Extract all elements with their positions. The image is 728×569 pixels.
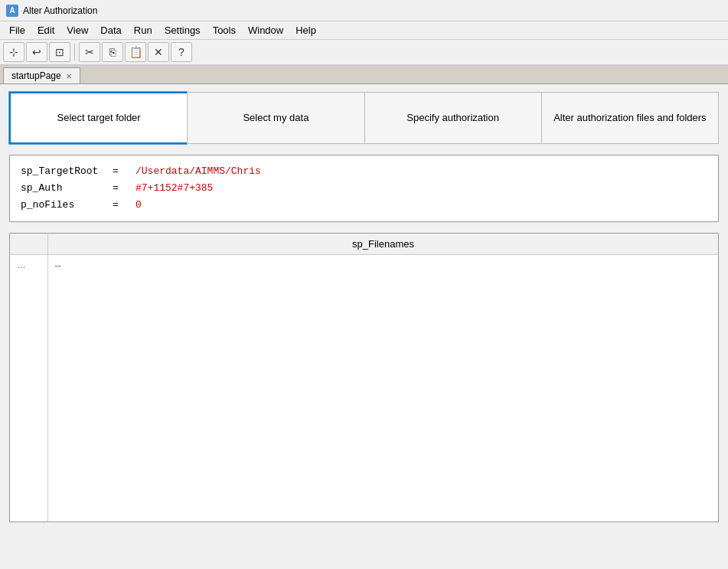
info-box: sp_TargetRoot = /Userdata/AIMMS/Chris sp… [9, 155, 719, 222]
menu-item-file[interactable]: File [3, 23, 31, 38]
toolbar: ⊹↩⊡✂⎘📋✕? [0, 40, 728, 66]
title-bar: A Alter Authorization [0, 0, 728, 21]
tab-close-icon[interactable]: ✕ [66, 72, 72, 80]
info-row-auth: sp_Auth = #7+1152#7+385 [21, 180, 707, 197]
info-row-target-root: sp_TargetRoot = /Userdata/AIMMS/Chris [21, 163, 707, 180]
menu-item-edit[interactable]: Edit [31, 23, 60, 38]
menu-item-window[interactable]: Window [242, 23, 289, 38]
cut-toolbar-btn[interactable]: ✂ [79, 42, 100, 62]
wizard-btn-specify-authorization[interactable]: Specify authorization [364, 92, 541, 144]
toggle-view-toolbar-btn[interactable]: ⊡ [49, 42, 70, 62]
menu-item-view[interactable]: View [60, 23, 94, 38]
copy-toolbar-btn[interactable]: ⎘ [102, 42, 123, 62]
data-cell: -- [48, 255, 718, 276]
tab-startup-page[interactable]: startupPage ✕ [3, 67, 80, 83]
menu-item-data[interactable]: Data [94, 23, 127, 38]
app-icon: A [6, 5, 18, 17]
menu-item-help[interactable]: Help [289, 23, 322, 38]
tab-bar: startupPage ✕ [0, 66, 728, 84]
wizard-btn-select-my-data[interactable]: Select my data [187, 92, 364, 144]
column-header-sp-filenames: sp_Filenames [48, 234, 718, 255]
data-col: sp_Filenames -- [48, 234, 718, 522]
info-row-no-files: p_noFiles = 0 [21, 197, 707, 214]
menu-bar: FileEditViewDataRunSettingsToolsWindowHe… [0, 21, 728, 40]
menu-item-tools[interactable]: Tools [207, 23, 242, 38]
row-header-col: ... [10, 234, 48, 522]
row-header-top [10, 234, 47, 255]
wizard-buttons: Select target folder Select my data Spec… [9, 92, 719, 144]
table-wrapper: ... sp_Filenames -- [10, 234, 718, 522]
app-title: Alter Authorization [23, 5, 97, 16]
menu-item-settings[interactable]: Settings [158, 23, 207, 38]
help-toolbar-btn[interactable]: ? [171, 42, 192, 62]
main-content: Select target folder Select my data Spec… [0, 84, 728, 569]
select-tool-toolbar-btn[interactable]: ⊹ [3, 42, 24, 62]
toolbar-separator [74, 44, 75, 60]
tab-label: startupPage [11, 70, 61, 81]
table-area: ... sp_Filenames -- [9, 233, 719, 522]
paste-toolbar-btn[interactable]: 📋 [125, 42, 146, 62]
menu-item-run[interactable]: Run [128, 23, 158, 38]
row-dot: ... [10, 255, 47, 275]
wizard-btn-alter-auth-files[interactable]: Alter authorization files and folders [541, 92, 719, 144]
delete-toolbar-btn[interactable]: ✕ [148, 42, 169, 62]
undo-toolbar-btn[interactable]: ↩ [26, 42, 47, 62]
wizard-btn-select-target-folder[interactable]: Select target folder [9, 92, 187, 144]
